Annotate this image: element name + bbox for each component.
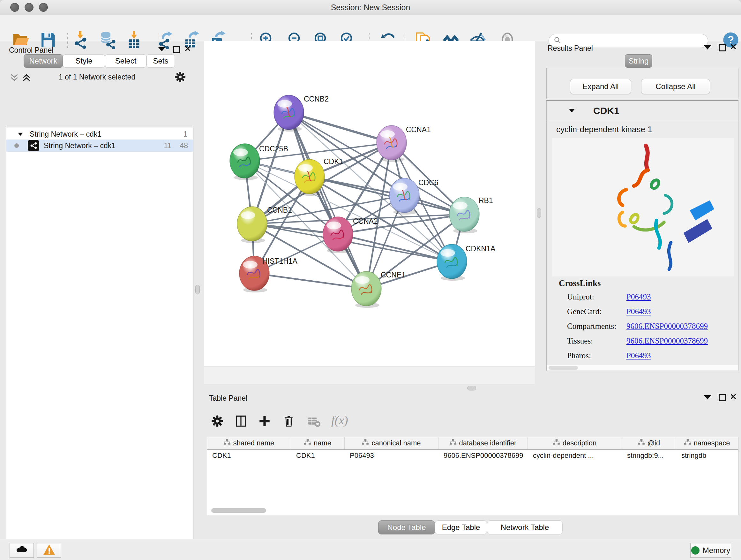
delete-column-button[interactable] <box>282 415 295 429</box>
results-panel: Results Panel String Expand All Collapse… <box>542 41 741 384</box>
float-panel-icon[interactable] <box>173 46 180 53</box>
panel-menu-icon[interactable] <box>704 45 711 50</box>
tab-node-table[interactable]: Node Table <box>378 520 435 535</box>
network-selection-summary: 1 of 1 Network selected <box>3 73 192 81</box>
close-panel-icon[interactable] <box>731 44 736 51</box>
crosslinks-heading: CrossLinks <box>559 278 601 288</box>
crosslink-uniprot-link[interactable]: P06493 <box>626 293 651 301</box>
memory-button[interactable]: Memory <box>690 543 731 558</box>
expand-all-button[interactable]: Expand All <box>570 79 631 94</box>
cloud-status-button[interactable] <box>10 543 34 558</box>
node-label: CCNB1 <box>267 206 292 214</box>
node-label: CCNE1 <box>381 271 406 279</box>
panel-menu-icon[interactable] <box>704 395 711 399</box>
network-row[interactable]: String Network – cdk1 11 48 <box>6 139 193 152</box>
minimize-window-button[interactable] <box>24 3 33 12</box>
table-hscrollbar-thumb[interactable] <box>211 508 266 513</box>
float-panel-icon[interactable] <box>719 394 726 401</box>
gene-collapse-icon[interactable] <box>569 109 575 112</box>
table-cell[interactable]: cyclin-dependent ... <box>528 450 622 461</box>
table-settings-gear-button[interactable] <box>211 415 224 429</box>
hierarchy-icon <box>638 439 645 447</box>
main-toolbar: ? <box>0 15 741 41</box>
zoom-window-button[interactable] <box>39 3 48 12</box>
function-builder-button[interactable]: f(x) <box>331 413 348 427</box>
tab-network-table[interactable]: Network Table <box>487 520 562 535</box>
table-cell[interactable]: stringdb <box>676 450 738 461</box>
node-CCNE1[interactable]: CCNE1 <box>351 271 406 308</box>
node-label: CDC6 <box>418 179 439 187</box>
right-splitter-handle[interactable] <box>537 208 541 218</box>
network-options-gear-icon[interactable] <box>174 71 186 84</box>
column-header-name[interactable]: name <box>291 437 345 449</box>
crosslink-label: Uniprot: <box>567 293 594 301</box>
tab-string-results[interactable]: String <box>625 54 652 68</box>
crosslink-genecard-link[interactable]: P06493 <box>626 307 651 316</box>
crosslink-pharos-link[interactable]: P06493 <box>626 351 651 360</box>
window-title: Session: New Session <box>0 0 741 15</box>
table-header-row: shared namenamecanonical namedatabase id… <box>207 437 738 450</box>
hierarchy-icon <box>224 439 231 447</box>
table-cell[interactable]: P06493 <box>345 450 439 461</box>
node-label: RB1 <box>479 196 493 205</box>
collapse-all-button[interactable]: Collapse All <box>641 79 710 94</box>
column-header-namespace[interactable]: namespace <box>676 437 738 449</box>
protein-structure-image <box>552 138 734 276</box>
table-cell[interactable]: 9606.ENSP00000378699 <box>439 450 528 461</box>
node-CCNA2[interactable]: CCNA2 <box>323 217 378 253</box>
node-CCNB1[interactable]: CCNB1 <box>237 206 292 243</box>
show-columns-button[interactable] <box>234 415 248 429</box>
table-panel: Table Panel f(x) shared namenamecanonica… <box>204 392 741 539</box>
network-node-count: 11 <box>164 141 172 150</box>
column-header-canonical-name[interactable]: canonical name <box>345 437 439 449</box>
node-label: CDC25B <box>259 145 288 153</box>
network-graph: CCNB2CCNA1CDC25BCDK1CDC6RB1CCNB1CCNA2CDK… <box>204 41 535 367</box>
results-button-box: Expand All Collapse All <box>546 68 738 99</box>
table-cell[interactable]: CDK1 <box>291 450 345 461</box>
titlebar: Session: New Session <box>0 0 741 15</box>
close-panel-icon[interactable] <box>731 394 736 400</box>
column-header-database-identifier[interactable]: database identifier <box>439 437 528 449</box>
delete-table-button[interactable] <box>307 415 321 430</box>
edge[interactable] <box>289 112 366 289</box>
node-CDC25B[interactable]: CDC25B <box>230 144 288 180</box>
edge[interactable] <box>254 273 366 289</box>
collection-expander-icon[interactable] <box>18 132 23 135</box>
crosslink-tissues-link[interactable]: 9606.ENSP00000378699 <box>626 336 708 346</box>
horizontal-splitter-handle[interactable] <box>467 386 476 390</box>
results-hscrollbar-thumb[interactable] <box>549 366 578 370</box>
close-panel-icon[interactable] <box>185 46 190 52</box>
node-HIST1H1A[interactable]: HIST1H1A <box>239 256 298 293</box>
float-panel-icon[interactable] <box>719 44 726 51</box>
warnings-button[interactable] <box>37 543 61 558</box>
tab-style[interactable]: Style <box>63 54 105 68</box>
tab-select[interactable]: Select <box>105 54 146 68</box>
gene-header[interactable]: CDK1 <box>547 101 738 121</box>
node-label: CDKN1A <box>466 245 495 253</box>
tab-network[interactable]: Network <box>23 54 63 68</box>
add-column-button[interactable] <box>258 415 271 429</box>
node-CDK1[interactable]: CDK1 <box>294 158 343 196</box>
panel-menu-icon[interactable] <box>158 47 165 51</box>
table-cell[interactable]: stringdb:9... <box>622 450 676 461</box>
node-CCNB2[interactable]: CCNB2 <box>274 95 329 132</box>
close-window-button[interactable] <box>10 3 19 12</box>
edge[interactable] <box>289 112 392 143</box>
table-panel-title: Table Panel <box>209 394 247 402</box>
column-header-shared-name[interactable]: shared name <box>207 437 291 449</box>
results-hscrollbar-track[interactable] <box>547 365 738 370</box>
crosslink-compartments-link[interactable]: 9606.ENSP00000378699 <box>626 322 708 331</box>
tab-sets[interactable]: Sets <box>146 54 175 68</box>
left-splitter-handle[interactable] <box>195 285 200 294</box>
column-header-description[interactable]: description <box>528 437 622 449</box>
network-canvas[interactable]: CCNB2CCNA1CDC25BCDK1CDC6RB1CCNB1CCNA2CDK… <box>204 41 535 367</box>
tab-edge-table[interactable]: Edge Table <box>435 520 487 535</box>
collection-count: 1 <box>183 130 187 138</box>
node-RB1[interactable]: RB1 <box>449 196 493 233</box>
node-CDKN1A[interactable]: CDKN1A <box>437 244 495 281</box>
node-CCNA1[interactable]: CCNA1 <box>377 125 431 162</box>
column-header--id[interactable]: @id <box>622 437 676 449</box>
node-label: CCNB2 <box>304 95 329 103</box>
network-collection-row[interactable]: String Network – cdk1 1 <box>6 129 193 139</box>
table-cell[interactable]: CDK1 <box>207 450 291 461</box>
